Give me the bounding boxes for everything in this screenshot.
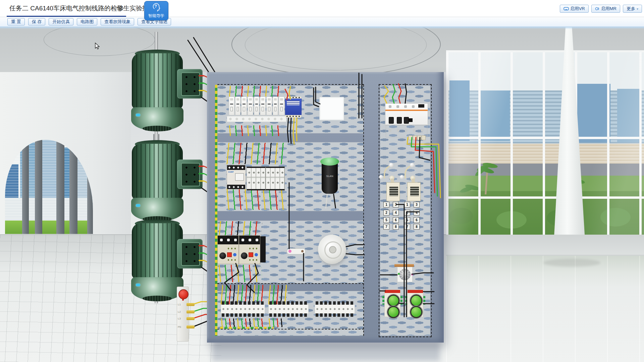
enable-vr-button[interactable]: 启用VR	[560, 5, 589, 13]
floor-seam	[446, 255, 644, 256]
lug-green	[186, 310, 195, 313]
green-button[interactable]	[410, 306, 422, 318]
junction-box[interactable]	[319, 97, 344, 120]
selection-dashes	[217, 84, 364, 85]
limit-switch[interactable]	[407, 163, 420, 200]
reset-button[interactable]: 重 置	[7, 18, 25, 25]
wire-stub-red	[199, 75, 204, 76]
terminal-number: 4	[393, 210, 399, 216]
circuit-breaker[interactable]	[235, 97, 241, 115]
wire-stub-green	[199, 173, 204, 174]
lug-black	[186, 325, 195, 328]
green-button[interactable]	[387, 295, 399, 307]
tab-bar: 任务二 CA6140车床电气控制线路的检修 学生实验报告	[0, 0, 644, 17]
alarm-bell[interactable]	[318, 235, 346, 264]
start-simulation-button[interactable]: 开始仿真	[49, 18, 73, 25]
relay-side-block	[260, 236, 266, 262]
glossy-floor	[446, 255, 644, 362]
toolbar-glow	[0, 27, 644, 29]
pushbutton-station[interactable]	[407, 290, 423, 317]
pushbutton-station[interactable]	[384, 290, 400, 317]
indicator-brand: SLAN	[326, 175, 333, 178]
column-shadow	[543, 259, 600, 267]
terminal-number: 2	[404, 210, 410, 216]
save-button[interactable]: 保 存	[28, 18, 46, 25]
lamp-holder[interactable]	[287, 248, 306, 254]
terminal-number: 3	[414, 202, 420, 207]
motor-indicator-led	[136, 204, 140, 207]
wire-stub-yellow	[199, 180, 204, 182]
circuit-diagram-button[interactable]: 电路图	[77, 18, 97, 25]
tab-task-label: 任务二 CA6140车床电气控制线路的检修	[9, 5, 123, 12]
breaker-tab	[409, 135, 413, 140]
smart-guide-button[interactable]: ? 智能导学	[144, 1, 168, 20]
motor-body	[132, 223, 183, 279]
motor-fan-grille	[143, 126, 172, 131]
thermal-relay[interactable]	[239, 235, 260, 264]
view-fault-button[interactable]: 查看故障现象	[101, 18, 134, 25]
more-button[interactable]: 更多 ▾	[623, 5, 642, 13]
circuit-breaker[interactable]	[248, 97, 253, 115]
motor-terminal-face	[181, 163, 200, 186]
motor-indicator-led	[136, 114, 140, 116]
lug-yellow	[186, 303, 195, 306]
circuit-breaker[interactable]	[266, 97, 272, 115]
din-rail	[227, 116, 286, 122]
terminal-number: 7	[383, 224, 389, 230]
smart-guide-label: 智能导学	[145, 13, 168, 19]
app-window: L1 L2 L3 PE CHNT SLAN	[0, 0, 644, 362]
terminal-strip[interactable]	[268, 304, 309, 314]
wire-bundle	[269, 318, 285, 327]
terminal-number: 5	[383, 217, 389, 223]
indicator-lamp-body[interactable]: SLAN	[322, 162, 338, 194]
terminal-label: L3	[178, 317, 183, 320]
terminal-number: 5	[404, 217, 410, 223]
smart-guide-icon: ?	[152, 2, 161, 12]
motor[interactable]	[128, 140, 206, 225]
vr-goggles-icon	[564, 7, 569, 11]
wire-bundle	[226, 143, 286, 164]
motor[interactable]	[128, 220, 206, 304]
main-breaker-rcbo[interactable]	[385, 103, 428, 125]
lug-red	[186, 317, 195, 320]
power-feed-strip[interactable]: L1 L2 L3 PE	[177, 287, 189, 342]
terminal-number: 7	[404, 224, 410, 230]
green-button[interactable]	[410, 295, 422, 307]
wire-stub-red	[199, 245, 204, 246]
enable-mr-button[interactable]: 启用MR	[591, 5, 620, 13]
wire-stub-green	[199, 82, 204, 84]
panel-reflection	[212, 343, 440, 361]
terminal-number: 6	[393, 217, 399, 223]
thermal-relay[interactable]	[217, 235, 239, 264]
green-button[interactable]	[387, 306, 399, 318]
motor-body	[132, 53, 183, 109]
breaker-tab	[422, 135, 426, 140]
wire-bundle	[219, 221, 262, 236]
contactor[interactable]: CHNT	[227, 165, 246, 189]
terminal-number: 4	[414, 210, 420, 216]
caret-down-icon: ▾	[637, 7, 638, 11]
wire-stub-red	[199, 166, 204, 167]
fuse-block[interactable]	[266, 167, 285, 190]
terminal-label: PE	[178, 325, 183, 328]
circuit-breaker[interactable]	[273, 97, 278, 115]
circuit-breaker[interactable]	[254, 97, 260, 115]
motor-body	[132, 144, 183, 199]
motor-fan-grille	[143, 296, 172, 301]
motor[interactable]	[128, 50, 206, 134]
wire-bundle	[226, 188, 286, 210]
fuse-block[interactable]	[247, 167, 266, 190]
circuit-breaker[interactable]	[229, 97, 234, 115]
terminal-strip[interactable]	[315, 304, 355, 314]
tab-task[interactable]: 任务二 CA6140车床电气控制线路的检修	[7, 0, 126, 17]
circuit-breaker[interactable]	[260, 97, 266, 115]
terminal-number: 1	[383, 202, 389, 207]
terminal-number: 3	[393, 202, 399, 207]
indicator-lamp-green[interactable]	[320, 158, 339, 166]
terminal-strip[interactable]	[221, 304, 265, 314]
circuit-breaker[interactable]	[241, 97, 247, 115]
circuit-breaker[interactable]	[279, 97, 284, 115]
power-module[interactable]	[285, 98, 302, 115]
limit-switch[interactable]	[386, 163, 399, 200]
emergency-power-button[interactable]	[178, 289, 189, 299]
